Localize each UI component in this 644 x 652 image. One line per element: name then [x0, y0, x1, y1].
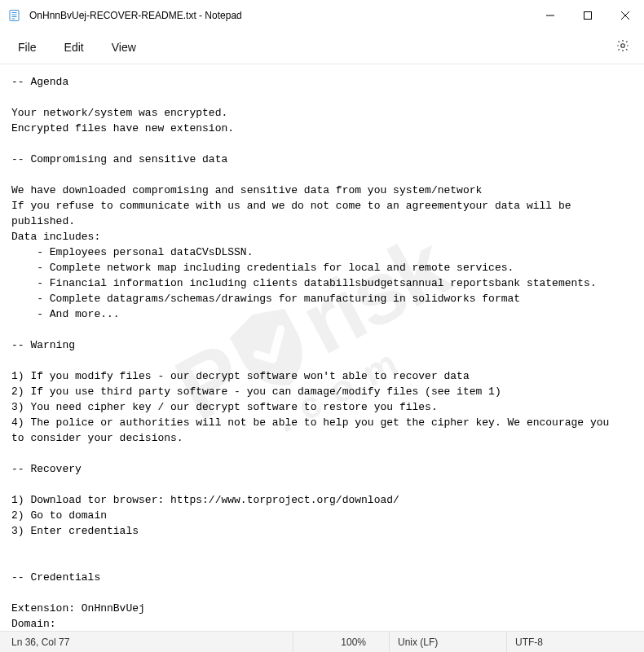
gear-icon [615, 38, 630, 56]
notepad-icon [8, 9, 21, 22]
minimize-button[interactable] [532, 0, 569, 31]
statusbar: Ln 36, Col 77 100% Unix (LF) UTF-8 [0, 631, 644, 652]
status-zoom: 100% [293, 632, 390, 652]
status-line-ending: Unix (LF) [390, 632, 507, 652]
window-title: OnHnnBvUej-RECOVER-README.txt - Notepad [29, 10, 242, 21]
menubar: File Edit View [0, 31, 644, 64]
menu-view[interactable]: View [100, 36, 152, 59]
svg-rect-0 [10, 11, 19, 21]
svg-point-9 [621, 44, 625, 48]
text-editor[interactable]: -- Agenda Your network/system was encryp… [0, 64, 644, 631]
menu-file[interactable]: File [7, 36, 53, 59]
maximize-button[interactable] [569, 0, 607, 31]
svg-rect-6 [584, 12, 592, 20]
settings-button[interactable] [610, 34, 636, 60]
editor-area: P risk .com -- Agenda Your network/syste… [0, 64, 644, 631]
titlebar: OnHnnBvUej-RECOVER-README.txt - Notepad [0, 0, 644, 31]
status-encoding: UTF-8 [507, 632, 644, 652]
close-button[interactable] [607, 0, 644, 31]
menu-edit[interactable]: Edit [53, 36, 100, 59]
status-position: Ln 36, Col 77 [0, 632, 293, 652]
